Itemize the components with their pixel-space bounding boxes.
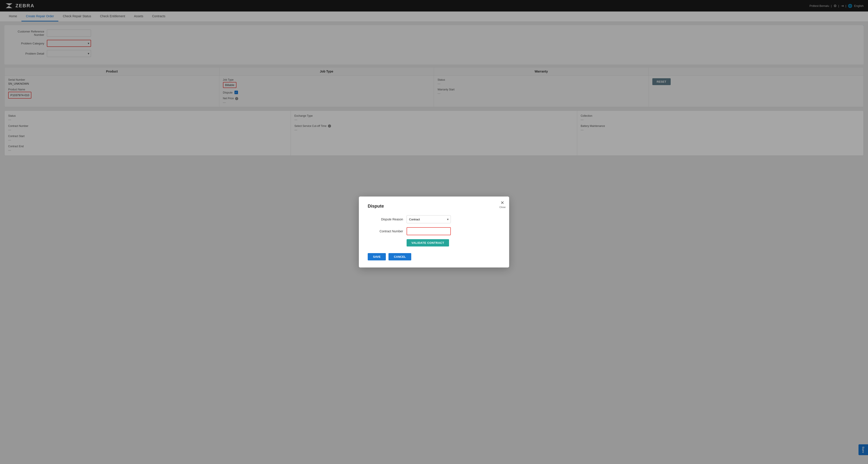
dispute-reason-select[interactable]: Contract Price Coverage Other <box>407 215 451 223</box>
contract-number-row: Contract Number <box>368 227 500 235</box>
dispute-reason-select-wrapper: Contract Price Coverage Other <box>407 215 451 223</box>
contract-number-modal-label: Contract Number <box>368 229 403 233</box>
modal-cancel-button[interactable]: CANCEL <box>389 253 411 260</box>
close-label: Close <box>499 206 505 209</box>
modal-save-button[interactable]: SAVE <box>368 253 386 260</box>
contract-number-input[interactable] <box>407 227 451 235</box>
dispute-reason-row: Dispute Reason Contract Price Coverage O… <box>368 215 500 223</box>
modal-footer: SAVE CANCEL <box>368 253 500 260</box>
validate-btn-row: VALIDATE CONTRACT <box>368 239 500 246</box>
close-x-icon: ✕ <box>500 200 504 205</box>
dispute-reason-label: Dispute Reason <box>368 218 403 221</box>
dispute-modal: Dispute ✕ Close Dispute Reason Contract … <box>359 196 509 268</box>
validate-contract-button[interactable]: VALIDATE CONTRACT <box>407 239 449 246</box>
modal-close-button[interactable]: ✕ Close <box>499 200 505 209</box>
modal-overlay[interactable]: Dispute ✕ Close Dispute Reason Contract … <box>0 0 868 464</box>
modal-title: Dispute <box>368 204 500 209</box>
